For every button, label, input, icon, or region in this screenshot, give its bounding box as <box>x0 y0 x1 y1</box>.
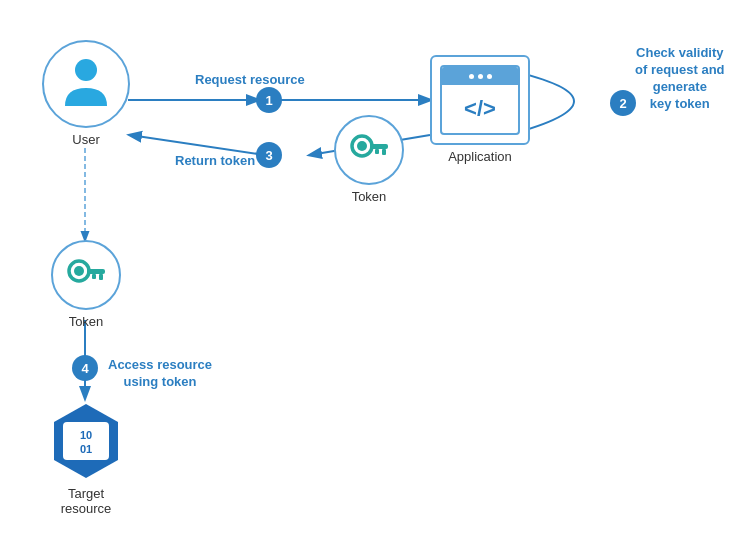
svg-rect-15 <box>99 274 103 280</box>
diagram: User 1 Request resource </> Application … <box>0 0 734 535</box>
token-mid-node: Token <box>325 115 413 204</box>
svg-rect-14 <box>87 269 105 274</box>
application-node: </> Application <box>430 55 530 164</box>
dot2 <box>478 74 483 79</box>
request-resource-label: Request resource <box>195 72 305 87</box>
app-box-body: </> <box>464 85 496 133</box>
svg-rect-9 <box>370 144 388 149</box>
step1-badge: 1 <box>256 87 282 113</box>
key-mid-icon <box>348 132 390 168</box>
token-user-circle <box>51 240 121 310</box>
step3-badge: 3 <box>256 142 282 168</box>
dot3 <box>487 74 492 79</box>
target-hex-icon: 10 01 <box>45 400 127 482</box>
application-label: Application <box>448 149 512 164</box>
user-icon <box>59 54 114 114</box>
user-circle <box>42 40 130 128</box>
access-resource-label: Access resource using token <box>108 340 212 391</box>
dot1 <box>469 74 474 79</box>
code-icon: </> <box>464 96 496 122</box>
user-node: User <box>42 40 130 147</box>
target-resource-node: 10 01 Target resource <box>42 400 130 516</box>
step2-badge: 2 <box>610 90 636 116</box>
token-mid-circle <box>334 115 404 185</box>
token-user-label: Token <box>69 314 104 329</box>
user-label: User <box>72 132 99 147</box>
svg-rect-10 <box>382 149 386 155</box>
svg-point-6 <box>75 59 97 81</box>
svg-line-3 <box>130 135 265 155</box>
svg-rect-16 <box>92 274 96 279</box>
svg-point-13 <box>74 266 84 276</box>
target-label: Target resource <box>42 486 130 516</box>
app-box-header <box>442 67 518 85</box>
svg-text:10: 10 <box>80 429 92 441</box>
check-validity-label: Check validity of request and generate k… <box>635 28 725 112</box>
svg-text:01: 01 <box>80 443 92 455</box>
svg-rect-11 <box>375 149 379 154</box>
token-user-node: Token <box>42 240 130 329</box>
svg-point-8 <box>357 141 367 151</box>
application-box: </> <box>430 55 530 145</box>
step4-badge: 4 <box>72 355 98 381</box>
target-hex-container: 10 01 <box>45 400 127 482</box>
token-mid-label: Token <box>352 189 387 204</box>
key-user-icon <box>65 257 107 293</box>
return-token-label: Return token <box>175 153 255 168</box>
app-box-inner: </> <box>440 65 520 135</box>
